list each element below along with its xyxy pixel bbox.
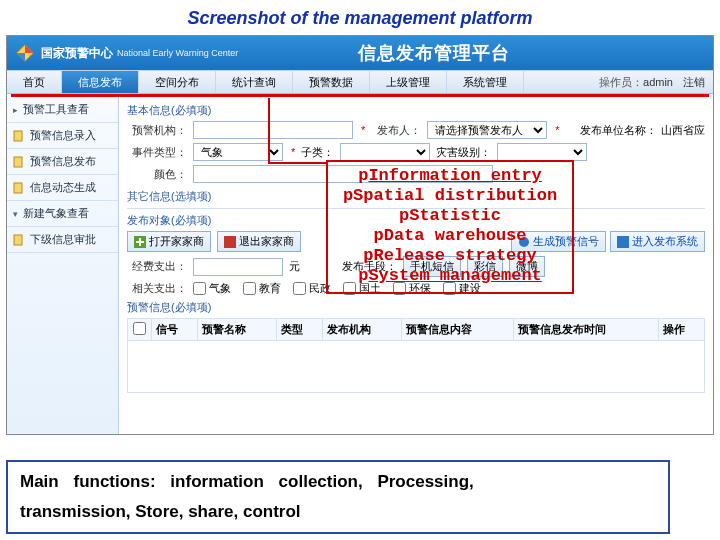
- sender-unit-value: 山西省应: [661, 123, 705, 138]
- svg-rect-5: [14, 183, 22, 193]
- menu-system-manage[interactable]: 系统管理: [447, 71, 524, 93]
- cb-meteor[interactable]: 气象: [193, 281, 231, 296]
- doc-icon: [13, 182, 25, 194]
- caption-line2: transmission, Store, share, control: [20, 502, 656, 522]
- btn-label: 生成预警信号: [533, 234, 599, 249]
- sidebar-item-release[interactable]: 预警信息发布: [7, 149, 118, 175]
- status-user-label: 操作员：: [599, 76, 643, 88]
- select-all-checkbox[interactable]: [133, 322, 146, 335]
- sec4-title: 预警信息(必填项): [127, 300, 705, 315]
- event-type-select[interactable]: 气象: [193, 143, 283, 161]
- alert-unit-label: 预警机构：: [127, 123, 187, 138]
- svg-rect-3: [14, 131, 22, 141]
- menu-info-release[interactable]: 信息发布: [62, 71, 139, 93]
- sidebar-item-label: 预警信息发布: [30, 154, 96, 169]
- sidebar-item-weather[interactable]: ▾新建气象查看: [7, 201, 118, 227]
- menu-warehouse[interactable]: 预警数据: [293, 71, 370, 93]
- cb-build[interactable]: 建设: [443, 281, 481, 296]
- main-panel: 基本信息(必填项) 预警机构： * 发布人： 请选择预警发布人* 发布单位名称：…: [119, 97, 713, 434]
- cb-label: 国土: [359, 281, 381, 296]
- required-mark: *: [291, 146, 295, 158]
- event-type-label: 事件类型：: [127, 145, 187, 160]
- subtype-label: 子类：: [301, 145, 334, 160]
- th-check[interactable]: [128, 319, 152, 341]
- svg-rect-6: [14, 235, 22, 245]
- caption-box: Main functions: information collection, …: [6, 460, 670, 534]
- means-sms[interactable]: 手机短信: [403, 256, 461, 277]
- th-content: 预警信息内容: [402, 319, 514, 341]
- means-label: 发布手段：: [342, 259, 397, 274]
- people-label: 相关支出：: [127, 281, 187, 296]
- app-window: 国家预警中心 National Early Warning Center 信息发…: [6, 35, 714, 435]
- svg-rect-10: [617, 236, 629, 248]
- sidebar-item-label: 预警信息录入: [30, 128, 96, 143]
- sec2-title: 其它信息(选填项): [127, 189, 705, 204]
- publisher-label: 发布人：: [371, 123, 421, 138]
- subtype-select[interactable]: [340, 143, 430, 161]
- means-weibo[interactable]: 微博: [509, 256, 545, 277]
- color-label: 颜色：: [127, 167, 187, 182]
- menu-upper-manage[interactable]: 上级管理: [370, 71, 447, 93]
- sidebar-item-label: 下级信息审批: [30, 232, 96, 247]
- svg-rect-4: [14, 157, 22, 167]
- cb-civil[interactable]: 民政: [293, 281, 331, 296]
- unit-cost-label: 经费支出：: [127, 259, 187, 274]
- sidebar-item-generate[interactable]: 信息动态生成: [7, 175, 118, 201]
- sidebar-item-tools[interactable]: ▸预警工具查看: [7, 97, 118, 123]
- svg-rect-8: [224, 236, 236, 248]
- caption-word: collection,: [279, 472, 363, 491]
- open-family-btn[interactable]: 打开家家商: [127, 231, 211, 252]
- exit-icon: [224, 236, 236, 248]
- caption-word: Main: [20, 472, 59, 491]
- generate-signal-btn[interactable]: 生成预警信号: [511, 231, 606, 252]
- cb-label: 教育: [259, 281, 281, 296]
- sec3-title: 发布对象(必填项): [127, 213, 705, 228]
- logo-icon: [15, 43, 35, 63]
- sec1-title: 基本信息(必填项): [127, 103, 705, 118]
- sidebar-item-label: 预警工具查看: [23, 102, 89, 117]
- color-input[interactable]: [193, 165, 493, 183]
- means-mms[interactable]: 彩信: [467, 256, 503, 277]
- sidebar-item-approval[interactable]: 下级信息审批: [7, 227, 118, 253]
- divider: [127, 208, 705, 209]
- hazard-level-label: 灾害级别：: [436, 145, 491, 160]
- sender-unit-label: 发布单位名称：: [580, 123, 657, 138]
- enter-release-btn[interactable]: 进入发布系统: [610, 231, 705, 252]
- cb-label: 民政: [309, 281, 331, 296]
- svg-point-9: [519, 237, 529, 247]
- status-user-value: admin: [643, 76, 673, 88]
- signal-icon: [518, 236, 530, 248]
- th-time: 预警信息发布时间: [514, 319, 659, 341]
- cb-label: 环保: [409, 281, 431, 296]
- enter-icon: [617, 236, 629, 248]
- btn-label: 退出家家商: [239, 234, 294, 249]
- chevron-right-icon: ▸: [13, 105, 18, 115]
- app-title: 信息发布管理平台: [358, 41, 510, 65]
- menu-spatial[interactable]: 空间分布: [139, 71, 216, 93]
- brand-en: National Early Warning Center: [117, 48, 238, 58]
- btn-label: 打开家家商: [149, 234, 204, 249]
- cb-env[interactable]: 环保: [393, 281, 431, 296]
- logout-link[interactable]: 注销: [683, 75, 705, 90]
- btn-label: 进入发布系统: [632, 234, 698, 249]
- th-action: 操作: [658, 319, 704, 341]
- sidebar-item-entry[interactable]: 预警信息录入: [7, 123, 118, 149]
- cb-land[interactable]: 国土: [343, 281, 381, 296]
- caption-word: Processing,: [377, 472, 473, 491]
- doc-icon: [13, 130, 25, 142]
- hazard-level-select[interactable]: [497, 143, 587, 161]
- exit-family-btn[interactable]: 退出家家商: [217, 231, 301, 252]
- plus-icon: [134, 236, 146, 248]
- alert-unit-input[interactable]: [193, 121, 353, 139]
- unit-cost-input[interactable]: [193, 258, 283, 276]
- cb-label: 建设: [459, 281, 481, 296]
- titlebar: 国家预警中心 National Early Warning Center 信息发…: [7, 36, 713, 70]
- status-bar: 操作员：admin 注销: [591, 71, 713, 93]
- publisher-select[interactable]: 请选择预警发布人: [427, 121, 547, 139]
- menu-home[interactable]: 首页: [7, 71, 62, 93]
- menu-statistic[interactable]: 统计查询: [216, 71, 293, 93]
- table-row: [128, 341, 705, 393]
- caption-word: functions:: [73, 472, 155, 491]
- doc-icon: [13, 156, 25, 168]
- cb-edu[interactable]: 教育: [243, 281, 281, 296]
